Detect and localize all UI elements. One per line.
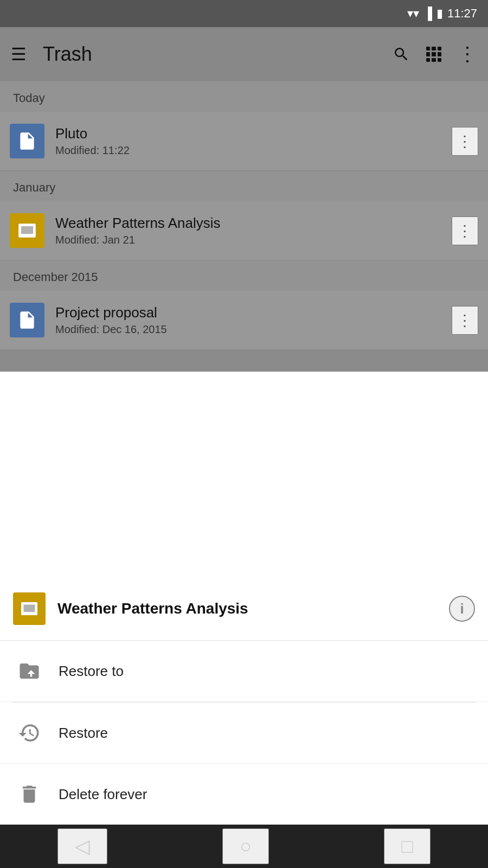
overflow-menu-button[interactable]: ⋮ [458, 44, 477, 64]
slide-icon [17, 220, 37, 241]
menu-item-delete-forever[interactable]: Delete forever [0, 764, 488, 825]
file-info-project: Project proposal Modified: Dec 16, 2015 [55, 304, 452, 336]
section-january-label: January [13, 181, 55, 194]
grid-view-button[interactable] [426, 47, 441, 62]
folder-arrow-icon [18, 660, 41, 682]
file-modified-weather: Modified: Jan 21 [55, 234, 452, 246]
file-list-area: Today Pluto Modified: 11:22 ⋮ January We… [0, 81, 488, 372]
delete-forever-icon-container [15, 780, 43, 808]
svg-rect-5 [23, 323, 28, 324]
file-item-weather[interactable]: Weather Patterns Analysis Modified: Jan … [0, 201, 488, 260]
status-time: 11:27 [447, 7, 477, 21]
more-button-pluto[interactable]: ⋮ [452, 127, 478, 156]
signal-icon: ▐ [423, 7, 432, 21]
file-item-pluto[interactable]: Pluto Modified: 11:22 ⋮ [0, 112, 488, 171]
svg-rect-4 [23, 321, 30, 322]
grid-icon [426, 47, 441, 62]
menu-button[interactable]: ☰ [11, 44, 27, 65]
home-icon: ○ [240, 835, 252, 857]
trash-icon [18, 783, 41, 806]
info-icon: i [460, 601, 464, 617]
doc-icon [17, 131, 37, 151]
delete-forever-label: Delete forever [59, 786, 147, 803]
menu-header-file-icon [13, 592, 46, 625]
section-january: January [0, 171, 488, 201]
wifi-icon: ▾▾ [407, 7, 419, 21]
hamburger-icon: ☰ [11, 44, 27, 65]
doc-icon-2 [17, 310, 37, 330]
bottom-nav: ◁ ○ □ [0, 825, 488, 868]
battery-icon: ▮ [436, 7, 443, 21]
more-icon: ⋮ [458, 44, 477, 64]
restore-label: Restore [59, 725, 108, 742]
file-name-project: Project proposal [55, 304, 452, 321]
file-info-pluto: Pluto Modified: 11:22 [55, 125, 452, 157]
file-icon-project [10, 303, 44, 337]
file-modified-pluto: Modified: 11:22 [55, 144, 452, 157]
menu-header: Weather Patterns Analysis i [0, 577, 488, 641]
page-title: Trash [43, 43, 382, 66]
home-button[interactable]: ○ [222, 828, 269, 864]
search-icon [393, 46, 410, 63]
recents-icon: □ [401, 835, 413, 857]
context-menu: Weather Patterns Analysis i Restore to R… [0, 577, 488, 825]
section-today-label: Today [13, 91, 45, 105]
svg-rect-7 [24, 605, 35, 612]
section-december-label: December 2015 [13, 270, 98, 284]
restore-icon-container [15, 719, 43, 747]
file-name-weather: Weather Patterns Analysis [55, 215, 452, 232]
svg-rect-3 [21, 226, 33, 234]
recents-button[interactable]: □ [384, 828, 431, 864]
info-button[interactable]: i [449, 596, 475, 622]
app-bar: ☰ Trash ⋮ [0, 27, 488, 81]
menu-header-title: Weather Patterns Analysis [57, 600, 449, 617]
more-button-project[interactable]: ⋮ [452, 306, 478, 335]
more-button-weather[interactable]: ⋮ [452, 216, 478, 245]
file-icon-pluto [10, 124, 44, 158]
restore-to-label: Restore to [59, 663, 124, 680]
section-december: December 2015 [0, 260, 488, 291]
back-icon: ◁ [75, 835, 90, 857]
status-icons: ▾▾ ▐ ▮ 11:27 [407, 7, 477, 21]
restore-to-icon-container [15, 657, 43, 685]
svg-rect-0 [23, 142, 30, 143]
app-bar-actions: ⋮ [393, 44, 477, 64]
search-button[interactable] [393, 46, 410, 63]
status-bar: ▾▾ ▐ ▮ 11:27 [0, 0, 488, 27]
menu-slide-icon [20, 599, 39, 618]
history-icon [18, 722, 41, 744]
menu-item-restore-to[interactable]: Restore to [0, 641, 488, 702]
file-name-pluto: Pluto [55, 125, 452, 142]
svg-rect-1 [23, 144, 28, 145]
file-info-weather: Weather Patterns Analysis Modified: Jan … [55, 215, 452, 246]
spacer [0, 350, 488, 372]
file-modified-project: Modified: Dec 16, 2015 [55, 323, 452, 336]
section-today: Today [0, 81, 488, 112]
file-icon-weather [10, 213, 44, 248]
file-item-project[interactable]: Project proposal Modified: Dec 16, 2015 … [0, 291, 488, 350]
menu-item-restore[interactable]: Restore [0, 703, 488, 764]
back-button[interactable]: ◁ [57, 828, 107, 864]
